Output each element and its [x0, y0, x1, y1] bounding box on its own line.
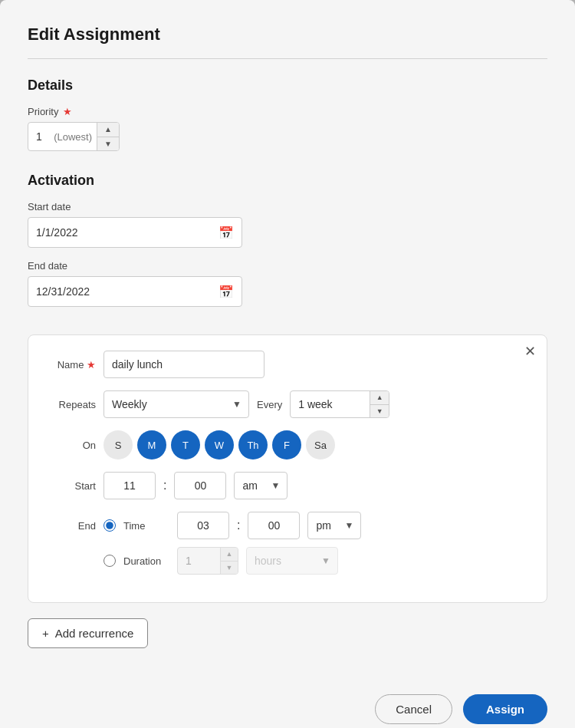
start-colon: : — [163, 479, 166, 492]
day-friday-button[interactable]: F — [272, 430, 301, 460]
start-minute-input[interactable] — [174, 472, 226, 499]
every-spinners: ▲ ▼ — [370, 391, 389, 417]
every-up-button[interactable]: ▲ — [370, 391, 389, 405]
close-recurrence-button[interactable]: ✕ — [524, 344, 536, 358]
duration-value: 1 — [178, 555, 220, 567]
recurrence-name-row: Name ★ — [44, 351, 531, 378]
end-time-type-label: Time — [123, 520, 169, 532]
hours-select[interactable]: hours minutes — [246, 547, 338, 575]
start-date-label: Start date — [28, 201, 547, 212]
priority-label: Priority ★ — [28, 106, 547, 117]
day-saturday-button[interactable]: Sa — [306, 430, 335, 460]
priority-hint: (Lowest) — [54, 131, 97, 143]
recurrence-on-row: On S M T W Th F Sa — [44, 430, 531, 460]
priority-up-button[interactable]: ▲ — [97, 123, 119, 137]
end-date-calendar-icon[interactable]: 📅 — [219, 285, 234, 299]
start-label: Start — [44, 480, 96, 492]
recurrence-name-label: Name ★ — [44, 359, 96, 371]
every-label: Every — [257, 399, 282, 410]
start-date-field: Start date 📅 — [28, 201, 547, 248]
recurrence-card: ✕ Name ★ Repeats Weekly Daily Monthly Ye… — [28, 334, 547, 603]
modal-title: Edit Assignment — [28, 25, 547, 44]
repeats-select-wrap: Weekly Daily Monthly Yearly ▼ — [104, 390, 249, 418]
end-date-input[interactable] — [36, 285, 212, 298]
edit-assignment-modal: Edit Assignment Details Priority ★ 1 (Lo… — [0, 0, 575, 728]
priority-input-wrap: 1 (Lowest) ▲ ▼ — [28, 122, 120, 151]
recurrence-repeats-row: Repeats Weekly Daily Monthly Yearly ▼ Ev… — [44, 390, 531, 418]
recurrence-start-row: Start : am pm ▼ — [44, 472, 531, 499]
day-thursday-button[interactable]: Th — [238, 430, 268, 460]
end-date-label: End date — [28, 260, 547, 272]
activation-section-title: Activation — [28, 173, 547, 189]
details-section-title: Details — [28, 77, 547, 94]
recurrence-repeats-label: Repeats — [44, 399, 96, 410]
day-tuesday-button[interactable]: T — [171, 430, 200, 460]
priority-value: 1 — [28, 130, 54, 143]
end-minute-input[interactable] — [248, 512, 300, 539]
add-recurrence-label: Add recurrence — [55, 627, 134, 640]
start-date-input[interactable] — [36, 226, 212, 239]
end-hour-input[interactable] — [177, 512, 229, 539]
priority-spinners: ▲ ▼ — [97, 123, 119, 150]
assign-button[interactable]: Assign — [463, 694, 547, 724]
priority-down-button[interactable]: ▼ — [97, 137, 119, 151]
day-monday-button[interactable]: M — [137, 430, 166, 460]
day-wednesday-button[interactable]: W — [205, 430, 234, 460]
details-section: Details Priority ★ 1 (Lowest) ▲ ▼ — [28, 77, 547, 173]
end-label: End — [44, 520, 96, 532]
hours-select-wrap: hours minutes ▼ — [246, 547, 338, 575]
on-label: On — [44, 440, 96, 451]
duration-spinners: ▲ ▼ — [220, 548, 238, 574]
end-date-field: End date 📅 — [28, 260, 547, 307]
end-colon: : — [237, 519, 240, 532]
end-ampm-wrap: am pm ▼ — [307, 512, 361, 539]
recurrence-name-input[interactable] — [104, 351, 264, 378]
days-row: S M T W Th F Sa — [104, 430, 335, 460]
end-time-row: End Time : am pm ▼ — [44, 512, 361, 539]
end-ampm-select[interactable]: am pm — [307, 512, 361, 539]
start-date-calendar-icon[interactable]: 📅 — [219, 226, 234, 240]
recurrence-end-section: End Time : am pm ▼ Duration — [44, 512, 531, 575]
duration-input-wrap: 1 ▲ ▼ — [177, 547, 238, 575]
day-sunday-button[interactable]: S — [104, 430, 133, 460]
every-down-button[interactable]: ▼ — [370, 405, 389, 418]
end-date-input-wrap: 📅 — [28, 276, 242, 307]
plus-icon: + — [42, 627, 49, 640]
every-value: 1 week — [291, 398, 370, 410]
priority-row: 1 (Lowest) ▲ ▼ — [28, 122, 547, 151]
cancel-button[interactable]: Cancel — [375, 694, 452, 724]
start-date-input-wrap: 📅 — [28, 217, 242, 248]
activation-section: Activation Start date 📅 End date 📅 — [28, 173, 547, 319]
repeats-select[interactable]: Weekly Daily Monthly Yearly — [104, 390, 249, 418]
every-input-wrap: 1 week ▲ ▼ — [290, 390, 389, 418]
end-duration-row: Duration 1 ▲ ▼ hours minutes ▼ — [44, 547, 338, 575]
start-hour-input[interactable] — [104, 472, 156, 499]
duration-down-button[interactable]: ▼ — [221, 562, 238, 575]
end-duration-type-label: Duration — [123, 555, 169, 567]
end-duration-radio[interactable] — [104, 555, 116, 567]
end-time-radio[interactable] — [104, 519, 116, 532]
modal-footer: Cancel Assign — [28, 679, 547, 724]
start-ampm-wrap: am pm ▼ — [234, 472, 288, 499]
title-divider — [28, 58, 547, 59]
duration-up-button[interactable]: ▲ — [221, 548, 238, 562]
start-ampm-select[interactable]: am pm — [234, 472, 288, 499]
add-recurrence-button[interactable]: + Add recurrence — [28, 618, 148, 648]
